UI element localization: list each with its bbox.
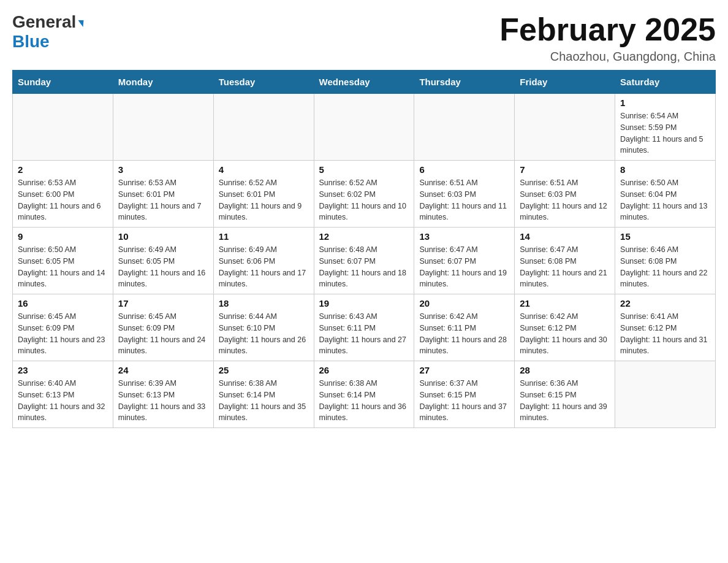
day-info: Sunrise: 6:43 AM Sunset: 6:11 PM Dayligh… <box>319 311 409 357</box>
day-info: Sunrise: 6:53 AM Sunset: 6:01 PM Dayligh… <box>118 177 208 223</box>
day-number: 20 <box>419 298 509 308</box>
day-info: Sunrise: 6:51 AM Sunset: 6:03 PM Dayligh… <box>520 177 610 223</box>
day-number: 1 <box>620 98 710 108</box>
calendar-cell: 6Sunrise: 6:51 AM Sunset: 6:03 PM Daylig… <box>414 161 515 228</box>
day-number: 19 <box>319 298 409 308</box>
day-info: Sunrise: 6:50 AM Sunset: 6:04 PM Dayligh… <box>620 177 710 223</box>
calendar-cell: 21Sunrise: 6:42 AM Sunset: 6:12 PM Dayli… <box>515 294 615 361</box>
day-number: 8 <box>620 164 710 175</box>
day-number: 22 <box>620 298 710 308</box>
calendar-cell <box>113 94 213 161</box>
day-number: 18 <box>219 298 309 308</box>
day-info: Sunrise: 6:49 AM Sunset: 6:05 PM Dayligh… <box>118 244 208 290</box>
calendar-cell: 7Sunrise: 6:51 AM Sunset: 6:03 PM Daylig… <box>515 161 615 228</box>
day-info: Sunrise: 6:49 AM Sunset: 6:06 PM Dayligh… <box>219 244 309 290</box>
day-number: 24 <box>118 365 208 375</box>
day-number: 3 <box>118 164 208 175</box>
day-info: Sunrise: 6:39 AM Sunset: 6:13 PM Dayligh… <box>118 378 208 424</box>
calendar-cell: 20Sunrise: 6:42 AM Sunset: 6:11 PM Dayli… <box>414 294 515 361</box>
calendar-cell: 11Sunrise: 6:49 AM Sunset: 6:06 PM Dayli… <box>213 228 314 294</box>
day-info: Sunrise: 6:45 AM Sunset: 6:09 PM Dayligh… <box>118 311 208 357</box>
calendar-cell: 18Sunrise: 6:44 AM Sunset: 6:10 PM Dayli… <box>213 294 314 361</box>
calendar-cell: 25Sunrise: 6:38 AM Sunset: 6:14 PM Dayli… <box>213 361 314 428</box>
day-number: 27 <box>419 365 509 375</box>
day-info: Sunrise: 6:44 AM Sunset: 6:10 PM Dayligh… <box>219 311 309 357</box>
day-info: Sunrise: 6:51 AM Sunset: 6:03 PM Dayligh… <box>419 177 509 223</box>
day-info: Sunrise: 6:38 AM Sunset: 6:14 PM Dayligh… <box>219 378 309 424</box>
calendar-cell: 16Sunrise: 6:45 AM Sunset: 6:09 PM Dayli… <box>13 294 113 361</box>
calendar-body: 1Sunrise: 6:54 AM Sunset: 5:59 PM Daylig… <box>13 94 716 428</box>
calendar-cell: 17Sunrise: 6:45 AM Sunset: 6:09 PM Dayli… <box>113 294 213 361</box>
calendar-table: SundayMondayTuesdayWednesdayThursdayFrid… <box>12 70 716 428</box>
day-info: Sunrise: 6:52 AM Sunset: 6:01 PM Dayligh… <box>219 177 309 223</box>
day-number: 23 <box>18 365 108 375</box>
day-info: Sunrise: 6:50 AM Sunset: 6:05 PM Dayligh… <box>18 244 108 290</box>
day-info: Sunrise: 6:38 AM Sunset: 6:14 PM Dayligh… <box>319 378 409 424</box>
day-number: 12 <box>319 231 409 242</box>
day-header-monday: Monday <box>113 71 213 94</box>
calendar-cell: 28Sunrise: 6:36 AM Sunset: 6:15 PM Dayli… <box>515 361 615 428</box>
day-info: Sunrise: 6:46 AM Sunset: 6:08 PM Dayligh… <box>620 244 710 290</box>
day-number: 7 <box>520 164 610 175</box>
day-number: 5 <box>319 164 409 175</box>
day-info: Sunrise: 6:36 AM Sunset: 6:15 PM Dayligh… <box>520 378 610 424</box>
calendar-subtitle: Chaozhou, Guangdong, China <box>499 50 716 64</box>
calendar-cell: 2Sunrise: 6:53 AM Sunset: 6:00 PM Daylig… <box>13 161 113 228</box>
day-info: Sunrise: 6:52 AM Sunset: 6:02 PM Dayligh… <box>319 177 409 223</box>
calendar-cell: 19Sunrise: 6:43 AM Sunset: 6:11 PM Dayli… <box>314 294 414 361</box>
day-number: 2 <box>18 164 108 175</box>
logo: General Blue <box>12 12 83 52</box>
calendar-cell: 12Sunrise: 6:48 AM Sunset: 6:07 PM Dayli… <box>314 228 414 294</box>
calendar-week-4: 16Sunrise: 6:45 AM Sunset: 6:09 PM Dayli… <box>13 294 716 361</box>
calendar-cell: 4Sunrise: 6:52 AM Sunset: 6:01 PM Daylig… <box>213 161 314 228</box>
day-number: 17 <box>118 298 208 308</box>
day-info: Sunrise: 6:40 AM Sunset: 6:13 PM Dayligh… <box>18 378 108 424</box>
calendar-cell: 22Sunrise: 6:41 AM Sunset: 6:12 PM Dayli… <box>615 294 716 361</box>
calendar-title: February 2025 <box>499 12 716 47</box>
title-block: February 2025 Chaozhou, Guangdong, China <box>499 12 716 64</box>
day-header-sunday: Sunday <box>13 71 113 94</box>
day-info: Sunrise: 6:47 AM Sunset: 6:07 PM Dayligh… <box>419 244 509 290</box>
day-header-thursday: Thursday <box>414 71 515 94</box>
calendar-cell <box>515 94 615 161</box>
calendar-cell: 27Sunrise: 6:37 AM Sunset: 6:15 PM Dayli… <box>414 361 515 428</box>
calendar-week-2: 2Sunrise: 6:53 AM Sunset: 6:00 PM Daylig… <box>13 161 716 228</box>
day-info: Sunrise: 6:47 AM Sunset: 6:08 PM Dayligh… <box>520 244 610 290</box>
day-info: Sunrise: 6:54 AM Sunset: 5:59 PM Dayligh… <box>620 110 710 156</box>
day-header-wednesday: Wednesday <box>314 71 414 94</box>
calendar-cell: 3Sunrise: 6:53 AM Sunset: 6:01 PM Daylig… <box>113 161 213 228</box>
day-number: 11 <box>219 231 309 242</box>
calendar-header: SundayMondayTuesdayWednesdayThursdayFrid… <box>13 71 716 94</box>
calendar-week-1: 1Sunrise: 6:54 AM Sunset: 5:59 PM Daylig… <box>13 94 716 161</box>
calendar-cell: 8Sunrise: 6:50 AM Sunset: 6:04 PM Daylig… <box>615 161 716 228</box>
day-number: 13 <box>419 231 509 242</box>
day-number: 28 <box>520 365 610 375</box>
logo-blue-text: Blue <box>12 32 50 52</box>
logo-general-text: General <box>12 12 76 32</box>
calendar-cell: 13Sunrise: 6:47 AM Sunset: 6:07 PM Dayli… <box>414 228 515 294</box>
day-info: Sunrise: 6:42 AM Sunset: 6:12 PM Dayligh… <box>520 311 610 357</box>
calendar-cell: 1Sunrise: 6:54 AM Sunset: 5:59 PM Daylig… <box>615 94 716 161</box>
day-header-friday: Friday <box>515 71 615 94</box>
day-number: 21 <box>520 298 610 308</box>
calendar-cell <box>414 94 515 161</box>
day-info: Sunrise: 6:53 AM Sunset: 6:00 PM Dayligh… <box>18 177 108 223</box>
calendar-cell: 23Sunrise: 6:40 AM Sunset: 6:13 PM Dayli… <box>13 361 113 428</box>
day-number: 14 <box>520 231 610 242</box>
day-info: Sunrise: 6:48 AM Sunset: 6:07 PM Dayligh… <box>319 244 409 290</box>
day-number: 26 <box>319 365 409 375</box>
days-header-row: SundayMondayTuesdayWednesdayThursdayFrid… <box>13 71 716 94</box>
day-info: Sunrise: 6:37 AM Sunset: 6:15 PM Dayligh… <box>419 378 509 424</box>
calendar-cell: 10Sunrise: 6:49 AM Sunset: 6:05 PM Dayli… <box>113 228 213 294</box>
calendar-cell: 9Sunrise: 6:50 AM Sunset: 6:05 PM Daylig… <box>13 228 113 294</box>
day-number: 10 <box>118 231 208 242</box>
calendar-cell <box>615 361 716 428</box>
calendar-week-5: 23Sunrise: 6:40 AM Sunset: 6:13 PM Dayli… <box>13 361 716 428</box>
calendar-cell <box>213 94 314 161</box>
calendar-cell: 26Sunrise: 6:38 AM Sunset: 6:14 PM Dayli… <box>314 361 414 428</box>
page-header: General Blue February 2025 Chaozhou, Gua… <box>12 12 716 64</box>
day-number: 4 <box>219 164 309 175</box>
calendar-cell: 15Sunrise: 6:46 AM Sunset: 6:08 PM Dayli… <box>615 228 716 294</box>
calendar-cell: 5Sunrise: 6:52 AM Sunset: 6:02 PM Daylig… <box>314 161 414 228</box>
day-info: Sunrise: 6:41 AM Sunset: 6:12 PM Dayligh… <box>620 311 710 357</box>
